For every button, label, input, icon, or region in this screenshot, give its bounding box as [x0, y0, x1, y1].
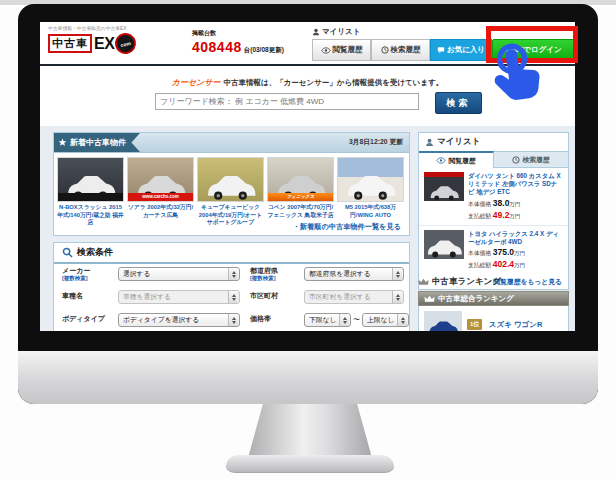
dealer-banner: フェニックス	[268, 193, 333, 201]
new-arrivals-more-link[interactable]: ・新着順の中古車物件一覧を見る	[293, 222, 401, 232]
eye-icon	[321, 47, 331, 54]
history-item-price: 本体価格 375.0万円	[468, 247, 563, 258]
count-suffix: 台(03/08更新)	[244, 46, 284, 53]
site-logo[interactable]: 中古車 EX com	[48, 33, 136, 54]
eye-icon	[436, 157, 446, 164]
ranking-title: 中古車ランキング	[418, 274, 569, 291]
car-photo	[197, 157, 264, 202]
favorites-button[interactable]: お気に入り	[430, 39, 492, 61]
ranking-subheader-text: 中古車総合ランキング	[438, 294, 514, 304]
stepper-icon	[228, 291, 238, 303]
stepper-icon	[228, 314, 238, 326]
ranking-item[interactable]: 1位 スズキ ワゴンR	[418, 306, 569, 331]
history-item[interactable]: ダイハツ タント 660 カスタム X リミテッド 左側パワスラ SDナビ 地デ…	[419, 168, 568, 225]
car-silhouette-icon	[338, 167, 403, 201]
ranking-item-info: 1位 スズキ ワゴンR	[467, 315, 542, 331]
prefecture-label: 都道府県[複数検索]	[250, 267, 278, 281]
mylist-title: マイリスト	[419, 133, 568, 151]
dealer-banner: www.carchs.com	[128, 193, 193, 201]
person-icon	[425, 138, 434, 147]
car-listing[interactable]: キューブキュービック 2004年式/19万円/オートサポートグループ	[197, 157, 264, 227]
star-icon	[58, 138, 67, 147]
car-caption: M5 2015年式/638万円/WING AUTO	[337, 204, 404, 219]
clock-icon	[512, 156, 520, 164]
car-caption: ソアラ 2002年式/32万円/カーチス広島	[127, 204, 194, 219]
logo-com-badge: com	[113, 31, 138, 56]
search-button[interactable]: 検索	[435, 92, 482, 114]
tab-view-history-label: 閲覧履歴	[448, 156, 475, 166]
ranking-title-text: 中古車ランキング	[432, 276, 501, 288]
history-item-price: 本体価格 38.0万円	[468, 198, 563, 209]
history-item-title: トヨタ ハイラックス 2.4 X ディーゼルターボ 4WD	[468, 230, 563, 246]
price-max-value: 上限なし	[367, 315, 395, 325]
monitor-chin	[18, 351, 598, 404]
car-photo	[57, 157, 124, 202]
model-label: 車種名	[62, 292, 83, 300]
search-condition-header: 検索条件	[54, 243, 409, 264]
car-silhouette-icon	[424, 234, 464, 259]
search-button-label: 検索	[447, 97, 471, 110]
car-photo	[424, 230, 464, 259]
stepper-icon	[228, 268, 238, 280]
price-min-value: 下限なし	[309, 315, 337, 325]
tab-search-history[interactable]: 検索履歴	[494, 151, 568, 168]
stepper-icon	[392, 268, 402, 280]
car-listing[interactable]: M5 2015年式/638万円/WING AUTO	[337, 157, 404, 227]
car-photo	[424, 311, 462, 331]
car-silhouette-icon	[424, 316, 462, 331]
car-silhouette-icon	[424, 181, 464, 201]
maker-select[interactable]: 選択する	[118, 267, 240, 281]
person-icon	[312, 28, 320, 36]
model-select-value: 車種を選択する	[123, 292, 171, 302]
mylist-title-text: マイリスト	[437, 136, 481, 148]
car-listing[interactable]: フェニックス コペン 2007年式/70万円/フェニックス 鳥取米子店	[267, 157, 334, 227]
history-item[interactable]: トヨタ ハイラックス 2.4 X ディーゼルターボ 4WD 本体価格 375.0…	[419, 225, 568, 274]
tab-view-history[interactable]: 閲覧履歴	[419, 151, 494, 168]
maker-select-value: 選択する	[123, 269, 151, 279]
clock-icon	[381, 46, 389, 54]
crown-icon	[418, 278, 429, 286]
favorites-label: お気に入り	[447, 45, 485, 55]
updated-timestamp: 3月8日12:20 更新	[349, 137, 403, 147]
search-condition-title: 検索条件	[77, 246, 113, 259]
price-range-controls: 下限なし 〜 上限なし	[304, 313, 409, 327]
car-silhouette-icon	[198, 167, 263, 201]
search-condition-panel: 検索条件 メーカー[複数検索] 選択する 車種名 車種を選択する ボディタイプ …	[53, 242, 410, 331]
magnifier-icon	[62, 247, 73, 258]
maker-label: メーカー[複数検索]	[62, 267, 90, 281]
logo-ex-text: EX	[94, 35, 114, 53]
monitor-stand-neck	[248, 404, 372, 458]
stepper-icon	[339, 314, 349, 326]
city-select: 市区町村を選択する	[304, 290, 404, 304]
body-type-select[interactable]: ボディタイプを選択する	[118, 313, 240, 327]
dealer-banner	[58, 193, 123, 201]
tap-hand-icon	[487, 38, 555, 123]
view-history-button[interactable]: 閲覧履歴	[312, 39, 371, 61]
price-min-select[interactable]: 下限なし	[304, 313, 351, 327]
tab-search-history-label: 検索履歴	[522, 155, 549, 165]
history-item-title: ダイハツ タント 660 カスタム X リミテッド 左側パワスラ SDナビ 地デ…	[468, 172, 563, 197]
monitor-stand-base	[226, 455, 394, 473]
search-history-button[interactable]: 検索履歴	[371, 39, 430, 61]
rank-badge: 1位	[467, 319, 482, 330]
body-type-label: ボディタイプ	[62, 315, 105, 323]
car-caption: N-BOXスラッシュ 2015年式/140万円/蔵之助 福井店	[57, 204, 124, 227]
new-arrivals-title: 新着中古車物件	[70, 137, 126, 148]
tilde-separator: 〜	[353, 315, 360, 325]
keyword-search-input[interactable]	[155, 93, 419, 110]
car-listing-row: N-BOXスラッシュ 2015年式/140万円/蔵之助 福井店 www.carc…	[54, 153, 409, 227]
car-listing[interactable]: N-BOXスラッシュ 2015年式/140万円/蔵之助 福井店	[57, 157, 124, 227]
price-max-select[interactable]: 上限なし	[362, 313, 409, 327]
car-listing[interactable]: www.carchs.com ソアラ 2002年式/32万円/カーチス広島	[127, 157, 194, 227]
search-history-label: 検索履歴	[391, 45, 421, 55]
count-label: 掲載台数	[192, 29, 284, 38]
prefecture-select[interactable]: 都道府県を選択する	[304, 267, 404, 281]
car-photo: フェニックス	[267, 157, 334, 202]
rank-car-name: スズキ ワゴンR	[489, 320, 543, 329]
ranking-panel: 中古車ランキング 中古車総合ランキング 1位 スズキ ワゴンR	[418, 274, 569, 331]
listing-count: 掲載台数 408448台(03/08更新)	[192, 29, 284, 56]
car-photo	[337, 157, 404, 202]
price-range-label: 価格帯	[250, 315, 271, 323]
logo-boxed-text: 中古車	[48, 34, 92, 53]
city-select-value: 市区町村を選択する	[309, 292, 371, 302]
